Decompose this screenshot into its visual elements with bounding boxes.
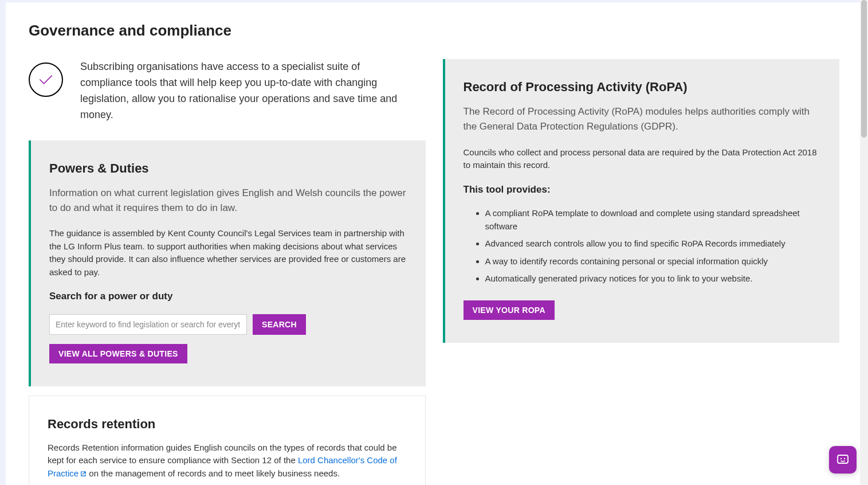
powers-search-heading: Search for a power or duty	[49, 289, 407, 304]
ropa-heading: Record of Processing Activity (RoPA)	[464, 77, 822, 96]
powers-search-button[interactable]: SEARCH	[253, 314, 306, 335]
list-item: Automatically generated privacy notices …	[485, 272, 822, 285]
powers-duties-card: Powers & Duties Information on what curr…	[29, 140, 426, 386]
left-column: Subscribing organisations have access to…	[29, 59, 426, 485]
chat-smile-icon	[836, 453, 850, 467]
view-ropa-button[interactable]: VIEW YOUR ROPA	[464, 300, 555, 320]
ropa-list-heading: This tool provides:	[464, 182, 822, 197]
powers-search-row: SEARCH	[49, 314, 407, 335]
list-item: A compliant RoPA template to download an…	[485, 207, 822, 233]
main-content: Governance and compliance Subscribing or…	[6, 2, 862, 485]
svg-point-2	[844, 458, 845, 459]
external-link-icon	[80, 468, 87, 481]
right-column: Record of Processing Activity (RoPA) The…	[443, 59, 840, 352]
list-item: A way to identify records containing per…	[485, 255, 822, 268]
records-retention-card: Records retention Records Retention info…	[29, 396, 426, 485]
page-title: Governance and compliance	[29, 19, 839, 42]
intro-block: Subscribing organisations have access to…	[29, 59, 426, 123]
chat-widget-button[interactable]	[829, 446, 857, 474]
checkmark-icon	[36, 70, 56, 89]
powers-search-input[interactable]	[49, 314, 247, 335]
vertical-scrollbar[interactable]	[860, 0, 868, 485]
powers-lead: Information on what current legislation …	[49, 186, 407, 216]
scrollbar-thumb[interactable]	[861, 0, 867, 138]
records-heading: Records retention	[48, 414, 407, 433]
powers-body: The guidance is assembled by Kent County…	[49, 227, 407, 279]
list-item: Advanced search controls allow you to fi…	[485, 237, 822, 251]
powers-heading: Powers & Duties	[49, 159, 407, 178]
ropa-list: A compliant RoPA template to download an…	[464, 207, 822, 285]
content-columns: Subscribing organisations have access to…	[29, 59, 839, 485]
records-body1: Records Retention information guides Eng…	[48, 441, 407, 481]
ropa-lead: The Record of Processing Activity (RoPA)…	[464, 104, 822, 135]
intro-text: Subscribing organisations have access to…	[80, 59, 403, 123]
svg-point-1	[840, 458, 842, 459]
ropa-card: Record of Processing Activity (RoPA) The…	[443, 59, 840, 343]
view-all-powers-button[interactable]: VIEW ALL POWERS & DUTIES	[49, 344, 187, 363]
ropa-body: Councils who collect and process persona…	[464, 146, 822, 172]
records-body1-part2: on the management of records and to meet…	[87, 468, 340, 478]
checkmark-circle-icon	[29, 62, 63, 97]
svg-rect-0	[838, 455, 848, 463]
